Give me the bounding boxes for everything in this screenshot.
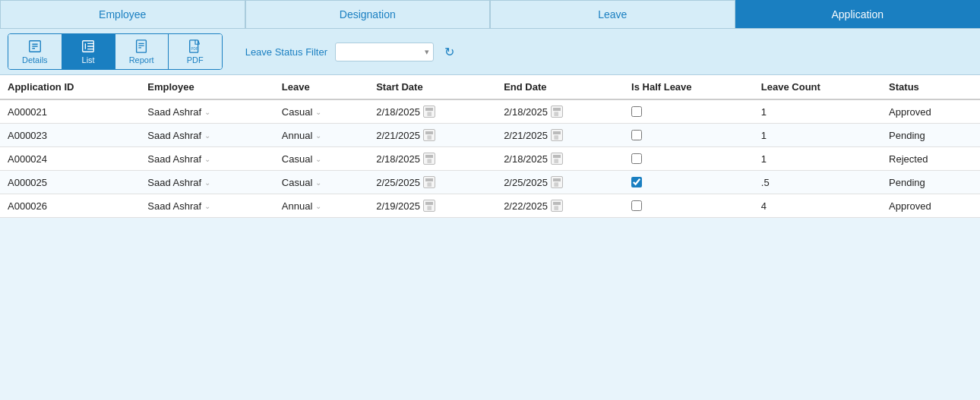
employee-dropdown-arrow[interactable]: ⌄ <box>204 202 210 210</box>
leave-dropdown-arrow[interactable]: ⌄ <box>315 178 321 187</box>
cell-leave: Annual⌄ <box>274 124 368 147</box>
cell-end-date: 2/21/2025 <box>496 124 624 147</box>
cell-end-date: 2/25/2025 <box>496 171 624 194</box>
is-half-leave-checkbox[interactable] <box>631 106 642 117</box>
details-button[interactable]: Details <box>8 34 62 69</box>
cell-application-id: A000024 <box>0 147 140 171</box>
employee-dropdown-arrow[interactable]: ⌄ <box>204 178 210 187</box>
report-button-label: Report <box>129 55 154 65</box>
table-row: A000025Saad Ashraf⌄Casual⌄2/25/20252/25/… <box>0 171 980 194</box>
col-leave-count: Leave Count <box>754 75 881 99</box>
nav-tab-application[interactable]: Application <box>735 0 981 28</box>
is-half-leave-checkbox[interactable] <box>631 200 642 211</box>
cell-status: Pending <box>881 124 980 147</box>
toolbar: Details List Report <box>0 29 980 75</box>
nav-tab-employee[interactable]: Employee <box>0 0 245 28</box>
cell-leave: Casual⌄ <box>274 171 368 194</box>
cell-end-date: 2/18/2025 <box>496 147 624 171</box>
end-date-calendar-icon[interactable] <box>551 129 563 141</box>
is-half-leave-checkbox[interactable] <box>631 130 642 140</box>
start-date-calendar-icon[interactable] <box>423 176 435 188</box>
col-employee: Employee <box>140 75 273 99</box>
cell-application-id: A000025 <box>0 171 140 194</box>
filter-label: Leave Status Filter <box>245 46 327 58</box>
cell-leave: Casual⌄ <box>274 99 368 124</box>
leave-dropdown-arrow[interactable]: ⌄ <box>315 202 321 210</box>
employee-dropdown-arrow[interactable]: ⌄ <box>204 131 210 140</box>
cell-leave-count: 1 <box>754 147 881 171</box>
cell-status: Approved <box>881 99 980 124</box>
cell-leave-count: 1 <box>754 124 881 147</box>
applications-table-container: Application ID Employee Leave Start Date… <box>0 75 980 218</box>
col-end-date: End Date <box>496 75 624 99</box>
cell-status: Approved <box>881 194 980 218</box>
cell-leave-count: .5 <box>754 171 881 194</box>
cell-status: Rejected <box>881 147 980 171</box>
toolbar-button-group: Details List Report <box>8 33 223 70</box>
cell-is-half-leave <box>624 147 754 171</box>
cell-end-date: 2/22/2025 <box>496 194 624 218</box>
start-date-calendar-icon[interactable] <box>423 200 435 212</box>
cell-is-half-leave <box>624 124 754 147</box>
cell-leave: Casual⌄ <box>274 147 368 171</box>
cell-start-date: 2/21/2025 <box>368 124 496 147</box>
employee-dropdown-arrow[interactable]: ⌄ <box>204 155 210 163</box>
cell-application-id: A000026 <box>0 194 140 218</box>
cell-employee: Saad Ashraf⌄ <box>140 171 273 194</box>
leave-dropdown-arrow[interactable]: ⌄ <box>315 108 321 116</box>
report-button[interactable]: Report <box>115 34 169 69</box>
cell-leave-count: 4 <box>754 194 881 218</box>
filter-section: Leave Status Filter Approved Pending Rej… <box>245 42 457 62</box>
end-date-calendar-icon[interactable] <box>551 176 563 188</box>
cell-start-date: 2/18/2025 <box>368 99 496 124</box>
table-row: A000021Saad Ashraf⌄Casual⌄2/18/20252/18/… <box>0 99 980 124</box>
details-button-label: Details <box>22 55 48 65</box>
cell-start-date: 2/19/2025 <box>368 194 496 218</box>
is-half-leave-checkbox[interactable] <box>631 153 642 164</box>
col-is-half-leave: Is Half Leave <box>624 75 754 99</box>
pdf-button[interactable]: PDF PDF <box>169 34 222 69</box>
svg-rect-9 <box>137 40 147 52</box>
list-button-label: List <box>82 55 95 65</box>
table-row: A000023Saad Ashraf⌄Annual⌄2/21/20252/21/… <box>0 124 980 147</box>
cell-employee: Saad Ashraf⌄ <box>140 99 273 124</box>
filter-select-wrapper: Approved Pending Rejected <box>335 43 434 61</box>
end-date-calendar-icon[interactable] <box>551 106 563 118</box>
cell-application-id: A000021 <box>0 99 140 124</box>
leave-dropdown-arrow[interactable]: ⌄ <box>315 155 321 163</box>
leave-status-filter[interactable]: Approved Pending Rejected <box>335 43 434 61</box>
cell-start-date: 2/18/2025 <box>368 147 496 171</box>
cell-status: Pending <box>881 171 980 194</box>
col-start-date: Start Date <box>368 75 496 99</box>
start-date-calendar-icon[interactable] <box>423 129 435 141</box>
col-status: Status <box>881 75 980 99</box>
cell-is-half-leave <box>624 99 754 124</box>
start-date-calendar-icon[interactable] <box>423 106 435 118</box>
cell-end-date: 2/18/2025 <box>496 99 624 124</box>
table-header-row: Application ID Employee Leave Start Date… <box>0 75 980 99</box>
cell-is-half-leave <box>624 194 754 218</box>
refresh-button[interactable]: ↻ <box>441 42 457 62</box>
cell-start-date: 2/25/2025 <box>368 171 496 194</box>
start-date-calendar-icon[interactable] <box>423 153 435 165</box>
leave-dropdown-arrow[interactable]: ⌄ <box>315 131 321 140</box>
employee-dropdown-arrow[interactable]: ⌄ <box>204 108 210 116</box>
cell-employee: Saad Ashraf⌄ <box>140 147 273 171</box>
list-button[interactable]: List <box>62 34 115 69</box>
svg-text:PDF: PDF <box>191 47 198 51</box>
col-application-id: Application ID <box>0 75 140 99</box>
cell-leave: Annual⌄ <box>274 194 368 218</box>
nav-tab-designation[interactable]: Designation <box>245 0 491 28</box>
cell-leave-count: 1 <box>754 99 881 124</box>
top-navigation: EmployeeDesignationLeaveApplication <box>0 0 980 29</box>
end-date-calendar-icon[interactable] <box>551 200 563 212</box>
end-date-calendar-icon[interactable] <box>551 153 563 165</box>
cell-employee: Saad Ashraf⌄ <box>140 194 273 218</box>
is-half-leave-checkbox[interactable] <box>631 177 642 187</box>
col-leave: Leave <box>274 75 368 99</box>
applications-table: Application ID Employee Leave Start Date… <box>0 75 980 218</box>
cell-is-half-leave <box>624 171 754 194</box>
table-row: A000024Saad Ashraf⌄Casual⌄2/18/20252/18/… <box>0 147 980 171</box>
cell-employee: Saad Ashraf⌄ <box>140 124 273 147</box>
nav-tab-leave[interactable]: Leave <box>490 0 735 28</box>
